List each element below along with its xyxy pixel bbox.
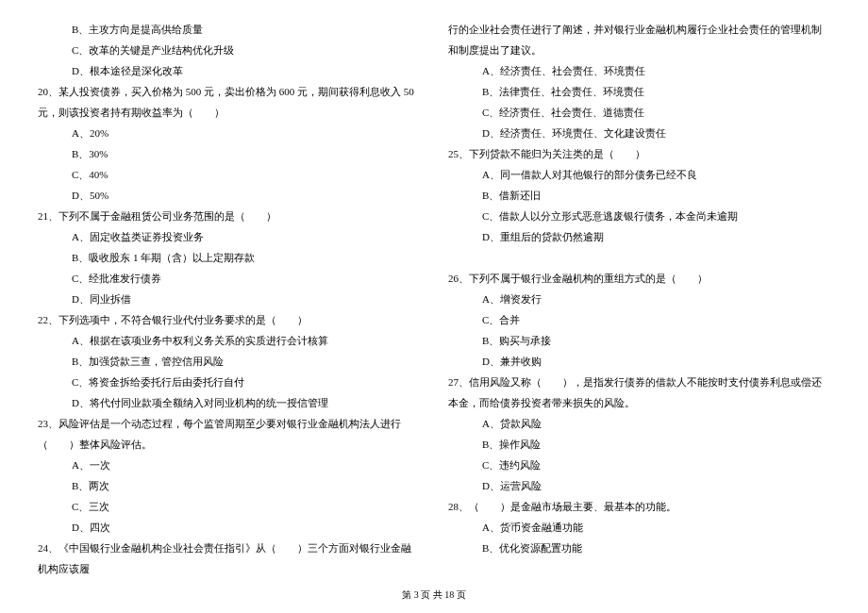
q25-option-b: B、借新还旧 [448, 185, 830, 206]
q22-option-d: D、将代付同业款项全额纳入对同业机构的统一授信管理 [38, 392, 420, 413]
q21-option-a: A、固定收益类证券投资业务 [38, 226, 420, 247]
q20-option-c: C、40% [38, 164, 420, 185]
q28-option-a: A、货币资金融通功能 [448, 517, 830, 538]
q21-stem: 21、下列不属于金融租赁公司业务范围的是（ ） [38, 206, 420, 226]
q25-option-a: A、同一借款人对其他银行的部分债务已经不良 [448, 164, 830, 185]
page-content: B、主攻方向是提高供给质量 C、改革的关键是产业结构优化升级 D、根本途径是深化… [0, 0, 868, 588]
q21-option-b: B、吸收股东 1 年期（含）以上定期存款 [38, 247, 420, 268]
q19-option-d: D、根本途径是深化改革 [38, 60, 420, 81]
q25-stem: 25、下列贷款不能归为关注类的是（ ） [448, 143, 830, 164]
q20-option-b: B、30% [38, 143, 420, 164]
q27-option-b: B、操作风险 [448, 434, 830, 455]
q20-stem: 20、某人投资债券，买入价格为 500 元，卖出价格为 600 元，期间获得利息… [38, 81, 420, 123]
spacer [448, 247, 830, 268]
q26-option-d: D、兼并收购 [448, 351, 830, 372]
left-column: B、主攻方向是提高供给质量 C、改革的关键是产业结构优化升级 D、根本途径是深化… [38, 19, 420, 579]
q25-option-d: D、重组后的贷款仍然逾期 [448, 226, 830, 247]
q26-option-c: B、购买与承接 [448, 330, 830, 351]
q22-option-b: B、加强贷款三查，管控信用风险 [38, 351, 420, 372]
q27-option-a: A、贷款风险 [448, 413, 830, 434]
q22-stem: 22、下列选项中，不符合银行业代付业务要求的是（ ） [38, 309, 420, 330]
q21-option-d: D、同业拆借 [38, 289, 420, 309]
q20-option-a: A、20% [38, 123, 420, 143]
q24-stem: 24、《中国银行业金融机构企业社会责任指引》从（ ）三个方面对银行业金融机构应该… [38, 538, 420, 579]
q25-option-c: C、借款人以分立形式恶意逃废银行债务，本金尚未逾期 [448, 206, 830, 226]
q26-option-b: C、合并 [448, 309, 830, 330]
q27-stem: 27、信用风险又称（ ），是指发行债券的借款人不能按时支付债券利息或偿还本金，而… [448, 372, 830, 413]
q24-continuation: 行的企业社会责任进行了阐述，并对银行业金融机构履行企业社会责任的管理机制和制度提… [448, 19, 830, 60]
q19-option-b: B、主攻方向是提高供给质量 [38, 19, 420, 40]
q23-stem: 23、风险评估是一个动态过程，每个监管周期至少要对银行业金融机构法人进行（ ）整… [38, 413, 420, 455]
page-footer: 第 3 页 共 18 页 [0, 588, 868, 602]
q23-option-c: C、三次 [38, 496, 420, 517]
q22-option-c: C、将资金拆给委托行后由委托行自付 [38, 372, 420, 392]
q22-option-a: A、根据在该项业务中权利义务关系的实质进行会计核算 [38, 330, 420, 351]
q20-option-d: D、50% [38, 185, 420, 206]
q23-option-d: D、四次 [38, 517, 420, 538]
q26-stem: 26、下列不属于银行业金融机构的重组方式的是（ ） [448, 268, 830, 289]
q24-option-b: B、法律责任、社会责任、环境责任 [448, 81, 830, 102]
q23-option-a: A、一次 [38, 455, 420, 475]
q28-stem: 28、（ ）是金融市场最主要、最基本的功能。 [448, 496, 830, 517]
q24-option-d: D、经济责任、环境责任、文化建设责任 [448, 123, 830, 143]
q24-option-c: C、经济责任、社会责任、道德责任 [448, 102, 830, 123]
right-column: 行的企业社会责任进行了阐述，并对银行业金融机构履行企业社会责任的管理机制和制度提… [448, 19, 830, 579]
q27-option-c: C、违约风险 [448, 455, 830, 475]
q24-option-a: A、经济责任、社会责任、环境责任 [448, 60, 830, 81]
q19-option-c: C、改革的关键是产业结构优化升级 [38, 40, 420, 60]
q23-option-b: B、两次 [38, 475, 420, 496]
q28-option-b: B、优化资源配置功能 [448, 538, 830, 558]
q26-option-a: A、增资发行 [448, 289, 830, 309]
q21-option-c: C、经批准发行债券 [38, 268, 420, 289]
q27-option-d: D、运营风险 [448, 475, 830, 496]
